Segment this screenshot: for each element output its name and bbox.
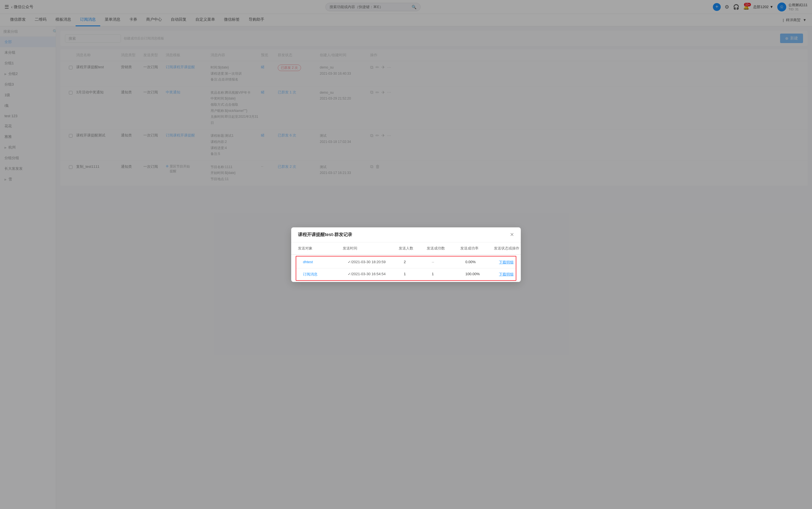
modal-row2-rate: 100.00% [465,272,499,277]
modal-col-action: 发送状态或操作 [494,246,521,251]
modal-col-time: 发送时间 [343,246,399,251]
modal-col-success-count: 发送成功数 [427,246,460,251]
modal-row1-time: ✓/2021-03-30 18:20:59 [348,260,404,265]
modal-row1-count: 2 [404,260,432,265]
modal-col-success-rate: 发送成功率 [460,246,494,251]
modal-row1-success: -- [432,260,465,265]
modal-title: 课程开课提醒test-群发记录 [298,232,352,238]
modal-col-target: 发送对象 [298,246,343,251]
modal-overlay: 课程开课提醒test-群发记录 ✕ 发送对象 发送时间 发送人数 发送成功数 发… [0,0,812,509]
modal-table-row: dhtest ✓/2021-03-30 18:20:59 2 -- 0.00% … [296,257,516,269]
modal-col-count: 发送人数 [399,246,427,251]
modal-header: 课程开课提醒test-群发记录 ✕ [291,227,521,242]
modal-row1-action[interactable]: 下载明细 [499,260,521,265]
modal-dialog: 课程开课提醒test-群发记录 ✕ 发送对象 发送时间 发送人数 发送成功数 发… [291,227,521,282]
modal-rows-highlighted: dhtest ✓/2021-03-30 18:20:59 2 -- 0.00% … [296,256,516,281]
modal-row1-target[interactable]: dhtest [303,260,348,265]
modal-table-header: 发送对象 发送时间 发送人数 发送成功数 发送成功率 发送状态或操作 [291,242,521,255]
modal-row2-success: 1 [432,272,465,277]
modal-table-row: 订阅消息 ✓/2021-03-30 16:54:54 1 1 100.00% 下… [296,269,516,280]
modal-row2-target[interactable]: 订阅消息 [303,272,348,277]
modal-row2-action[interactable]: 下载明细 [499,272,521,277]
modal-row1-rate: 0.00% [465,260,499,265]
modal-close-button[interactable]: ✕ [510,232,514,237]
modal-row2-time: ✓/2021-03-30 16:54:54 [348,272,404,277]
modal-body: 发送对象 发送时间 发送人数 发送成功数 发送成功率 发送状态或操作 dhtes… [291,242,521,281]
modal-row2-count: 1 [404,272,432,277]
